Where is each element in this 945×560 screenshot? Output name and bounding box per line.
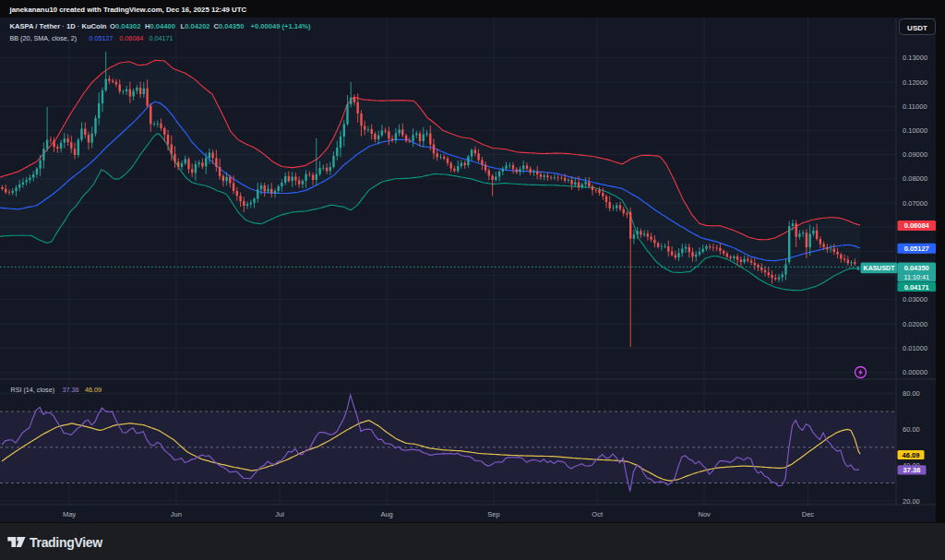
svg-text:0.08000: 0.08000 bbox=[903, 174, 927, 183]
svg-text:0.01000: 0.01000 bbox=[903, 344, 927, 352]
svg-text:Oct: Oct bbox=[592, 510, 604, 518]
svg-text:0.00000: 0.00000 bbox=[903, 368, 927, 376]
svg-text:0.07000: 0.07000 bbox=[903, 199, 927, 208]
svg-text:0.09000: 0.09000 bbox=[903, 150, 927, 159]
svg-text:BB (20, SMA, close, 2): BB (20, SMA, close, 2) bbox=[10, 34, 78, 42]
svg-text:0.04350: 0.04350 bbox=[904, 264, 929, 272]
svg-text:KASPA / Tether · 1D · KuCoin: KASPA / Tether · 1D · KuCoin bbox=[10, 22, 107, 30]
svg-text:0.06084: 0.06084 bbox=[119, 34, 143, 42]
svg-text:11:10:41: 11:10:41 bbox=[903, 273, 928, 281]
svg-text:TradingView: TradingView bbox=[30, 535, 102, 550]
svg-text:20.00: 20.00 bbox=[903, 497, 920, 506]
svg-text:Aug: Aug bbox=[380, 510, 392, 518]
svg-text:Jun: Jun bbox=[171, 510, 182, 518]
svg-text:0.04171: 0.04171 bbox=[150, 34, 173, 42]
svg-text:0.06084: 0.06084 bbox=[904, 221, 930, 230]
svg-text:0.05127: 0.05127 bbox=[904, 244, 929, 253]
svg-text:0.04171: 0.04171 bbox=[904, 283, 929, 292]
svg-text:L0.04202: L0.04202 bbox=[181, 22, 210, 30]
svg-text:60.00: 60.00 bbox=[903, 425, 920, 434]
svg-text:0.10000: 0.10000 bbox=[903, 126, 927, 135]
svg-text:C0.04350: C0.04350 bbox=[214, 22, 245, 30]
svg-text:USDT: USDT bbox=[907, 24, 927, 32]
svg-text:37.36: 37.36 bbox=[63, 386, 79, 394]
svg-text:46.09: 46.09 bbox=[903, 451, 920, 459]
svg-text:80.00: 80.00 bbox=[903, 389, 920, 398]
svg-text:KASUSDT: KASUSDT bbox=[864, 265, 896, 271]
svg-text:Dec: Dec bbox=[802, 510, 815, 518]
svg-text:janekananu10 created with Trad: janekananu10 created with TradingView.co… bbox=[9, 6, 247, 14]
svg-text:0.12000: 0.12000 bbox=[903, 78, 927, 87]
svg-text:0.13000: 0.13000 bbox=[903, 54, 927, 62]
svg-text:46.09: 46.09 bbox=[85, 386, 102, 394]
svg-text:0.11000: 0.11000 bbox=[903, 102, 927, 111]
svg-text:0.05127: 0.05127 bbox=[90, 34, 114, 42]
svg-text:0.02000: 0.02000 bbox=[903, 320, 927, 328]
svg-text:May: May bbox=[63, 510, 76, 518]
svg-text:+0.00049 (+1.14%): +0.00049 (+1.14%) bbox=[251, 22, 311, 30]
svg-text:RSI (14, close): RSI (14, close) bbox=[11, 386, 55, 394]
svg-text:Jul: Jul bbox=[275, 510, 284, 518]
svg-text:0.03000: 0.03000 bbox=[903, 295, 927, 304]
svg-text:O0.04302: O0.04302 bbox=[110, 22, 140, 30]
svg-text:Sep: Sep bbox=[487, 510, 499, 518]
svg-text:H0.04400: H0.04400 bbox=[145, 22, 175, 30]
svg-text:37.36: 37.36 bbox=[903, 466, 921, 474]
svg-text:Nov: Nov bbox=[699, 510, 712, 518]
